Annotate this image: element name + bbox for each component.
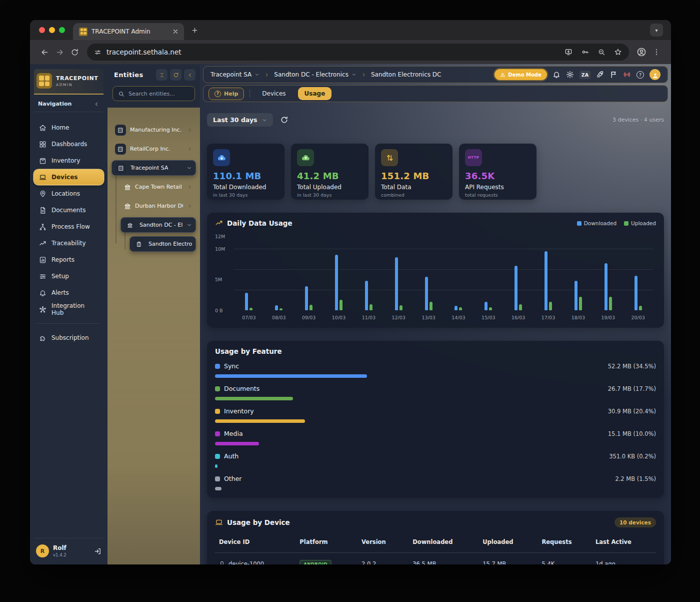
- sidebar-item-integration-hub[interactable]: Integration Hub: [34, 302, 104, 317]
- account-avatar[interactable]: [650, 69, 660, 80]
- back-button[interactable]: [37, 45, 52, 60]
- collapse-all-button[interactable]: [156, 69, 168, 81]
- sidebar-item-traceability[interactable]: Traceability: [34, 236, 104, 251]
- locale-badge[interactable]: ZA: [580, 71, 590, 79]
- stat-sublabel: in last 30 days: [297, 192, 362, 198]
- help-button[interactable]: ?Help: [208, 88, 244, 100]
- tab-devices[interactable]: Devices: [256, 87, 292, 100]
- refresh-data-button[interactable]: [280, 116, 288, 124]
- browser-menu-icon[interactable]: [649, 45, 664, 60]
- sidebar-item-alerts[interactable]: Alerts: [34, 285, 104, 300]
- chevron-down-icon[interactable]: [352, 72, 356, 77]
- chevron-right-icon[interactable]: [187, 127, 192, 133]
- refresh-entities-button[interactable]: [170, 69, 182, 81]
- bar-group-17/03[interactable]: [534, 251, 564, 310]
- tree-item-sandton-dc-elec[interactable]: Sandton DC - Elec...: [120, 217, 196, 233]
- bar-group-15/03[interactable]: [474, 302, 504, 310]
- chevron-right-icon[interactable]: [187, 184, 192, 190]
- tree-item-cape-town-retail-s[interactable]: Cape Town Retail S...: [120, 179, 196, 195]
- theme-sun-icon[interactable]: [566, 71, 574, 79]
- bar-group-07/03[interactable]: [234, 293, 264, 310]
- bar-group-11/03[interactable]: [354, 281, 384, 310]
- reload-button[interactable]: [67, 45, 82, 60]
- chevron-down-icon[interactable]: [186, 165, 192, 171]
- new-tab-button[interactable]: [191, 27, 198, 34]
- tree-item-tracepoint-sa[interactable]: Tracepoint SA: [112, 160, 196, 176]
- logout-icon[interactable]: [94, 547, 102, 555]
- user-avatar[interactable]: R: [36, 544, 49, 557]
- notifications-bell-icon[interactable]: [552, 71, 560, 79]
- stat-card-total-downloaded: 110.1 MBTotal Downloadedin last 30 days: [207, 144, 284, 200]
- sidebar-item-locations[interactable]: Locations: [34, 186, 104, 201]
- sidebar-item-dashboards[interactable]: Dashboards: [34, 137, 104, 152]
- browser-profile-icon[interactable]: [634, 45, 649, 60]
- breadcrumb-item[interactable]: Tracepoint SA: [210, 71, 260, 78]
- chevron-down-icon[interactable]: [186, 222, 192, 228]
- sidebar-item-process-flow[interactable]: Process Flow: [34, 219, 104, 234]
- feature-color-dot: [215, 431, 220, 436]
- sidebar-item-inventory[interactable]: Inventory: [34, 153, 104, 168]
- collapse-sidebar-icon[interactable]: [94, 101, 100, 107]
- entities-search-input[interactable]: Search entities...: [112, 86, 195, 101]
- rocket-icon[interactable]: [596, 71, 604, 79]
- bar-group-09/03[interactable]: [294, 286, 324, 310]
- app-version: v1.4.2: [53, 552, 66, 557]
- sidebar-item-setup[interactable]: Setup: [34, 269, 104, 284]
- sidebar-item-subscription[interactable]: Subscription: [34, 330, 104, 345]
- date-range-select[interactable]: Last 30 days: [207, 113, 273, 127]
- tree-item-manufacturing-inc[interactable]: Manufacturing Inc.: [112, 122, 196, 138]
- breadcrumb-item[interactable]: Sandton DC - Electronics: [274, 71, 356, 78]
- bar-group-08/03[interactable]: [264, 305, 294, 310]
- url-bar[interactable]: tracepoint.sethala.net: [87, 44, 629, 61]
- browser-tab[interactable]: TRACEPOINT Admin: [73, 23, 184, 40]
- bar-group-18/03[interactable]: [563, 281, 593, 310]
- section-tabs: ?HelpDevicesUsage: [203, 85, 668, 102]
- bar-group-10/03[interactable]: [324, 255, 354, 310]
- bar-group-20/03[interactable]: [623, 276, 653, 310]
- chevron-right-icon[interactable]: [187, 203, 192, 209]
- tab-usage[interactable]: Usage: [298, 87, 332, 100]
- bar-group-12/03[interactable]: [384, 257, 414, 310]
- chevron-right-icon[interactable]: [187, 146, 192, 152]
- tree-item-retailcorp-inc[interactable]: RetailCorp Inc.: [112, 141, 196, 157]
- bar-uploaded: [310, 305, 312, 310]
- chevron-down-icon[interactable]: [254, 72, 260, 77]
- bar-group-16/03[interactable]: [504, 266, 534, 310]
- tab-list-chevron-icon[interactable]: ▾: [650, 24, 663, 37]
- device-table-row[interactable]: device-1000ANDROID2.0.236.5 MB15.7 MB5.4…: [215, 553, 656, 564]
- entity-label: Manufacturing Inc.: [130, 127, 182, 133]
- forward-button[interactable]: [52, 45, 67, 60]
- device-table-header: Device IDPlatformVersionDownloadedUpload…: [215, 535, 656, 553]
- password-key-icon[interactable]: [581, 48, 589, 56]
- bookmark-star-icon[interactable]: [614, 48, 622, 56]
- tree-item-sandton-electronics[interactable]: Sandton Electronics...: [130, 236, 196, 252]
- bar-group-13/03[interactable]: [414, 277, 444, 310]
- breadcrumb-item[interactable]: Sandton Electronics DC: [371, 71, 442, 78]
- stat-value: 110.1 MB: [213, 171, 278, 181]
- flag-icon[interactable]: [610, 71, 618, 79]
- demo-mode-badge[interactable]: Demo Mode: [494, 69, 547, 80]
- tree-item-durban-harbor-dc[interactable]: Durban Harbor DC ...: [120, 198, 196, 214]
- bar-group-19/03[interactable]: [593, 263, 623, 310]
- collapse-panel-button[interactable]: [184, 69, 196, 81]
- feature-bar: [215, 397, 293, 400]
- sidebar-item-reports[interactable]: Reports: [34, 252, 104, 267]
- sidebar-item-devices[interactable]: Devices: [34, 170, 104, 185]
- help-icon[interactable]: ?: [636, 71, 644, 79]
- feature-label: Other: [224, 475, 242, 482]
- sidebar-item-documents[interactable]: Documents: [34, 203, 104, 218]
- minimize-window-button[interactable]: [49, 27, 55, 33]
- live-status-icon[interactable]: [623, 71, 631, 79]
- install-app-icon[interactable]: [564, 48, 572, 56]
- zoom-window-button[interactable]: [59, 27, 65, 33]
- tab-close-icon[interactable]: [172, 28, 179, 35]
- close-window-button[interactable]: [39, 27, 45, 33]
- chart-x-tick: 17/03: [534, 315, 564, 320]
- entity-icon-chip: [115, 144, 126, 155]
- site-settings-icon[interactable]: [94, 49, 102, 56]
- stat-card-total-uploaded: 41.2 MBTotal Uploadedin last 30 days: [291, 144, 368, 200]
- zoom-out-icon[interactable]: [598, 48, 606, 56]
- sidebar-item-home[interactable]: Home: [34, 120, 104, 135]
- bar-group-14/03[interactable]: [444, 306, 474, 310]
- entities-tree: Manufacturing Inc.RetailCorp Inc.Tracepo…: [108, 108, 200, 564]
